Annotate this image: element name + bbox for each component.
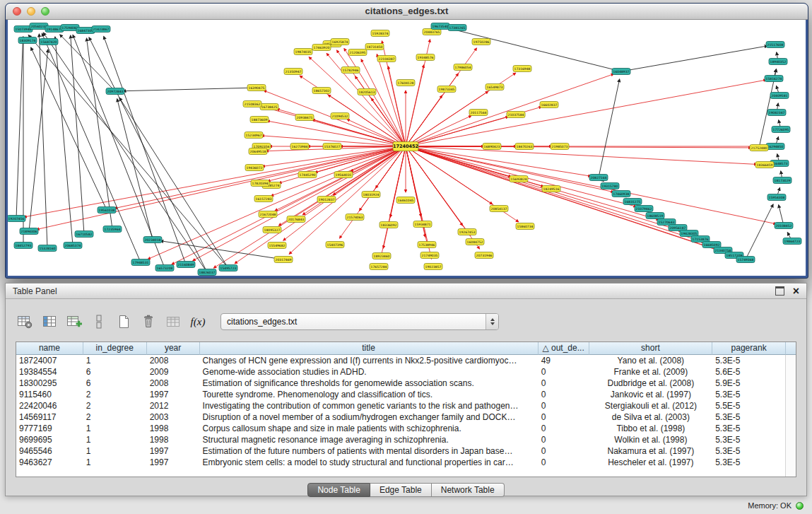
network-node[interactable]: 17316948 — [513, 66, 531, 72]
tab-edge-table[interactable]: Edge Table — [370, 483, 432, 497]
network-node[interactable]: 18366459 — [755, 162, 774, 168]
network-node[interactable]: 20649518 — [249, 148, 267, 155]
column-header-in_degree[interactable]: in_degree — [83, 342, 147, 355]
network-node[interactable]: 21094532 — [331, 113, 349, 119]
network-node[interactable]: 19564031 — [334, 172, 353, 178]
network-node[interactable]: 17240452 — [393, 142, 418, 151]
network-node[interactable]: 20854137 — [490, 206, 508, 212]
network-node[interactable]: 16831275 — [623, 199, 642, 205]
network-node[interactable]: 16710582 — [75, 231, 93, 238]
network-node[interactable]: 20938471 — [295, 115, 314, 121]
column-header-title[interactable]: title — [200, 342, 539, 355]
close-panel-icon[interactable]: × — [793, 287, 799, 296]
network-node[interactable]: 22104387 — [377, 56, 396, 62]
network-node[interactable]: 15749368 — [736, 257, 755, 263]
network-node[interactable]: 17820394 — [251, 180, 269, 187]
network-node[interactable]: 15234967 — [245, 132, 263, 139]
network-node[interactable]: 17460938 — [612, 191, 630, 197]
network-node[interactable]: 20108452 — [775, 223, 793, 229]
network-node[interactable]: 15860734 — [516, 223, 534, 230]
network-node[interactable]: 20234018 — [143, 237, 162, 243]
network-node[interactable]: 16573208 — [155, 265, 174, 271]
network-node[interactable]: 17986054 — [454, 64, 472, 71]
network-node[interactable]: 15376027 — [323, 144, 341, 150]
table-body[interactable]: 1872400712008Changes of HCN gene express… — [16, 355, 786, 477]
table-settings-icon[interactable] — [16, 313, 34, 331]
network-node[interactable]: 15549682 — [268, 243, 286, 249]
network-node[interactable]: 21985073 — [551, 144, 569, 150]
network-node[interactable]: 18336092 — [379, 222, 398, 228]
network-node[interactable]: 15816274 — [765, 76, 783, 82]
network-node[interactable]: 19012837 — [317, 197, 336, 203]
network-node[interactable]: 21752480 — [750, 145, 768, 151]
new-column-icon[interactable] — [114, 313, 133, 331]
tab-node-table[interactable]: Node Table — [307, 483, 370, 497]
network-node[interactable]: 20972843 — [106, 88, 124, 95]
network-node[interactable]: 15328160 — [38, 245, 57, 252]
network-node[interactable]: 20731946 — [475, 252, 493, 259]
network-node[interactable]: 21894306 — [20, 228, 38, 235]
network-node[interactable]: 19673540 — [431, 23, 449, 30]
network-node[interactable]: 18940352 — [769, 59, 787, 65]
network-node[interactable]: 18205613 — [358, 89, 376, 95]
network-node[interactable]: 17726095 — [772, 127, 790, 133]
column-header-out_de[interactable]: △ out_de... — [539, 342, 589, 355]
network-node[interactable]: 20409581 — [770, 93, 789, 99]
network-node[interactable]: 16084752 — [466, 239, 484, 245]
network-node[interactable]: 21517608 — [766, 42, 784, 48]
network-node[interactable]: 17445290 — [298, 172, 317, 178]
network-node[interactable]: 16390475 — [247, 85, 266, 91]
network-node[interactable]: 16549873 — [486, 84, 504, 90]
column-header-pagerank[interactable]: pagerank — [712, 342, 786, 355]
column-header-short[interactable]: short — [589, 342, 713, 355]
network-node[interactable]: 18309174 — [18, 37, 37, 44]
row-height-icon[interactable] — [90, 313, 108, 331]
network-node[interactable]: 20117564 — [469, 110, 488, 116]
network-node[interactable]: 19315780 — [601, 183, 619, 189]
network-node[interactable]: 20317469 — [274, 257, 293, 263]
table-row[interactable]: 946554611997Estimation of the future num… — [16, 445, 786, 457]
network-node[interactable]: 19082347 — [767, 110, 786, 116]
network-node[interactable]: 17948531 — [131, 259, 150, 266]
network-node[interactable]: 15782946 — [341, 67, 360, 74]
table-row[interactable]: 911546021997Tourette syndrome. Phenomeno… — [16, 389, 786, 400]
network-node[interactable]: 19348576 — [416, 54, 435, 61]
network-node[interactable]: 16273984 — [290, 144, 309, 150]
table-row[interactable]: 2242004622012Investigating the contribut… — [16, 400, 786, 411]
network-node[interactable]: 19750286 — [472, 39, 490, 45]
float-panel-icon[interactable] — [775, 286, 784, 296]
network-node[interactable]: 19023857 — [424, 264, 442, 270]
network-node[interactable]: 21423867 — [92, 26, 110, 33]
network-node[interactable]: 19873345 — [437, 86, 456, 93]
network-node[interactable]: 16294850 — [766, 144, 784, 150]
column-header-year[interactable]: year — [147, 342, 200, 355]
network-node[interactable]: 19561038 — [98, 207, 116, 214]
network-node[interactable]: 18470263 — [515, 144, 534, 150]
network-node[interactable]: 21037584 — [507, 112, 525, 118]
network-node[interactable]: 18173029 — [773, 177, 792, 184]
add-rows-icon[interactable] — [65, 313, 83, 331]
network-node[interactable]: 19436072 — [245, 165, 264, 171]
network-node[interactable]: 18657302 — [312, 88, 331, 94]
network-node[interactable]: 19267453 — [458, 229, 476, 235]
function-builder-icon[interactable]: f(x) — [189, 313, 207, 331]
network-node[interactable]: 21350947 — [284, 69, 302, 75]
import-table-icon[interactable] — [164, 313, 182, 331]
network-node[interactable]: 18826037 — [198, 269, 216, 276]
network-node[interactable]: 17235964 — [103, 226, 122, 233]
network-node[interactable]: 20685374 — [64, 243, 82, 249]
network-node[interactable]: 19864723 — [783, 238, 801, 245]
network-node[interactable]: 17463920 — [312, 45, 331, 51]
network-node[interactable]: 15954308 — [767, 194, 786, 201]
table-row[interactable]: 1456911722003Disruption of a novel membe… — [16, 411, 786, 423]
network-node[interactable]: 15495723 — [219, 265, 237, 271]
network-node[interactable]: 16048937 — [612, 69, 630, 75]
network-node[interactable]: 21160849 — [177, 262, 195, 268]
network-node[interactable]: 17604128 — [396, 80, 415, 86]
network-node[interactable]: 21206395 — [348, 49, 367, 56]
network-node[interactable]: 21749035 — [420, 252, 439, 259]
network-node[interactable]: 17538946 — [418, 242, 436, 248]
network-node[interactable]: 15407396 — [326, 242, 344, 248]
network-node[interactable]: 18608519 — [646, 213, 664, 219]
network-node[interactable]: 19207456 — [8, 216, 25, 222]
